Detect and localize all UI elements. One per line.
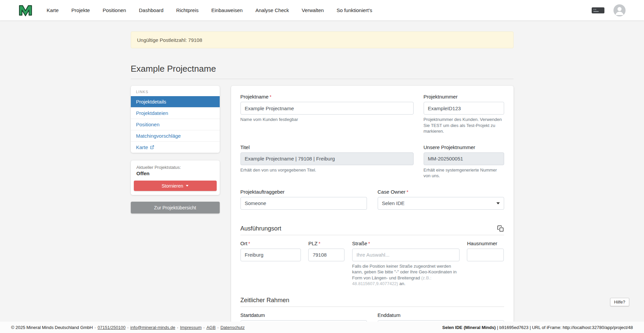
zeitlicher-rahmen-heading: Zeitlicher Rahmen — [240, 297, 289, 304]
warning-alert: Ungültige Postleitzahl: 79108 — [131, 31, 514, 48]
footer-phone-link[interactable]: 07151/250100 — [98, 325, 125, 330]
nav-richtpreis[interactable]: Richtpreis — [176, 7, 199, 13]
user-avatar[interactable] — [613, 4, 626, 16]
case-owner-group: Case Owner* Selen IDE — [378, 189, 504, 210]
top-nav: Karte Projekte Positionen Dashboard Rich… — [0, 0, 644, 20]
projektname-input[interactable] — [240, 102, 414, 115]
sidebar-item-positionen[interactable]: Positionen — [131, 119, 220, 130]
links-card: LINKS Projektdetails Projektdateien Posi… — [131, 86, 220, 153]
ausfuehrungsort-section-head: Ausführungsort — [240, 225, 504, 232]
separator: · — [127, 325, 128, 330]
projektauftraggeber-input[interactable] — [240, 197, 367, 210]
separator: · — [177, 325, 178, 330]
external-link-icon — [150, 145, 154, 149]
zeitlicher-rahmen-section-head: Zeitlicher Rahmen — [240, 297, 504, 304]
chevron-down-icon — [496, 202, 500, 204]
case-owner-label: Case Owner* — [378, 189, 504, 195]
required-asterisk: * — [319, 241, 320, 246]
status-label: Aktueller Projektstatus: — [134, 165, 217, 170]
separator: · — [217, 325, 219, 330]
sidebar-item-projektdetails[interactable]: Projektdetails — [131, 96, 220, 107]
address-row: Ort* PLZ* Straße* Falls die P — [240, 241, 504, 287]
enddatum-label: Enddatum — [378, 312, 504, 318]
footer-agb-link[interactable]: AGB — [206, 325, 215, 330]
projektauftraggeber-group: Projektauftraggeber — [240, 189, 367, 210]
footer-email-link[interactable]: info@mineral-minds.de — [130, 325, 175, 330]
footer-left: © 2025 Mineral Minds Deutschland GmbH · … — [11, 325, 245, 330]
nav-verwalten[interactable]: Verwalten — [302, 7, 324, 13]
sidebar-item-projektdateien[interactable]: Projektdateien — [131, 107, 220, 119]
sidebar-item-matchingvorschlaege[interactable]: Matchingvorschläge — [131, 130, 220, 141]
help-button[interactable]: Hilfe? — [610, 298, 629, 306]
hausnummer-input[interactable] — [467, 249, 504, 261]
hausnummer-group: Hausnummer — [467, 241, 504, 287]
form-row: Titel Erhält den von uns vorgegebenen Ti… — [240, 144, 504, 179]
ausfuehrungsort-heading: Ausführungsort — [240, 225, 281, 232]
logo-icon — [18, 4, 33, 17]
separator: · — [95, 325, 96, 330]
projektnummer-help: Projektnummer des Kunden. Verwenden Sie … — [424, 117, 504, 134]
projektname-group: Projektname* Name vom Kunden festlegbar — [240, 94, 414, 134]
footer-impressum-link[interactable]: Impressum — [180, 325, 202, 330]
nav-karte[interactable]: Karte — [47, 7, 59, 13]
nav-positionen[interactable]: Positionen — [103, 7, 126, 13]
nav-einbauweisen[interactable]: Einbauweisen — [211, 7, 243, 13]
stornieren-button-label: Stornieren — [162, 183, 183, 189]
footer-org: (Mineral Minds) — [464, 325, 495, 330]
project-overview-button[interactable]: Zur Projektübersicht — [131, 202, 220, 213]
sidebar-item-karte[interactable]: Karte — [131, 141, 220, 153]
divider — [240, 307, 504, 307]
required-asterisk: * — [248, 241, 250, 246]
strasse-input[interactable] — [352, 249, 460, 261]
case-owner-select[interactable]: Selen IDE — [378, 197, 504, 210]
divider — [131, 79, 514, 79]
warning-alert-text: Ungültige Postleitzahl: 79108 — [137, 37, 202, 43]
links-header: LINKS — [131, 86, 220, 96]
titel-input — [240, 152, 414, 165]
unsere-projektnummer-input — [424, 152, 504, 165]
required-asterisk: * — [368, 241, 370, 246]
projektauftraggeber-label: Projektauftraggeber — [240, 189, 367, 195]
copy-icon[interactable] — [497, 225, 504, 232]
plz-label: PLZ* — [308, 241, 344, 246]
footer-session-info: | b91695ed7623 | URL of iFrame: http://l… — [497, 325, 633, 330]
footer: © 2025 Mineral Minds Deutschland GmbH · … — [0, 322, 644, 333]
nav-so-funktionierts[interactable]: So funktioniert's — [336, 7, 372, 13]
ort-label: Ort* — [240, 241, 301, 246]
nav-analyse-check[interactable]: Analyse Check — [255, 7, 289, 13]
required-asterisk: * — [407, 189, 408, 195]
ort-input[interactable] — [240, 249, 301, 261]
sidebar: LINKS Projektdetails Projektdateien Posi… — [131, 86, 220, 213]
strasse-group: Straße* Falls die Position keiner Straße… — [352, 241, 460, 287]
divider — [240, 235, 504, 235]
strasse-help: Falls die Position keiner Straße zugeord… — [352, 263, 460, 287]
page-title: Example Projectname — [131, 64, 514, 74]
separator: · — [203, 325, 205, 330]
sidebar-item-label: Karte — [136, 144, 148, 150]
projektname-label: Projektname* — [240, 94, 414, 99]
plz-input[interactable] — [308, 249, 344, 261]
nav-dashboard[interactable]: Dashboard — [139, 7, 163, 13]
titel-help: Erhält den von uns vorgegebenen Titel. — [240, 167, 414, 173]
nav-projekte[interactable]: Projekte — [71, 7, 90, 13]
mineral-minds-logo[interactable] — [18, 4, 33, 17]
footer-user: Selen IDE — [442, 325, 462, 330]
nav-right — [591, 4, 626, 16]
unsere-projektnummer-group: Unsere Projektnummer Erhält eine systemg… — [424, 144, 504, 179]
startdatum-label: Startdatum — [240, 312, 367, 318]
required-asterisk: * — [270, 94, 271, 99]
copyright-text: © 2025 Mineral Minds Deutschland GmbH — [11, 325, 93, 330]
projektname-help: Name vom Kunden festlegbar — [240, 117, 414, 123]
stornieren-button[interactable]: Stornieren — [134, 181, 217, 191]
titel-label: Titel — [240, 144, 414, 150]
case-owner-selected-value: Selen IDE — [382, 200, 405, 206]
form-row: Projektname* Name vom Kunden festlegbar … — [240, 94, 504, 134]
projektnummer-label: Projektnummer — [424, 94, 504, 99]
caret-down-icon — [186, 185, 189, 187]
server-icon[interactable] — [591, 6, 605, 15]
projektnummer-input[interactable] — [424, 102, 504, 115]
footer-datenschutz-link[interactable]: Datenschutz — [220, 325, 245, 330]
nav-links: Karte Projekte Positionen Dashboard Rich… — [47, 7, 385, 13]
unsere-projektnummer-label: Unsere Projektnummer — [424, 144, 504, 150]
plz-group: PLZ* — [308, 241, 344, 287]
